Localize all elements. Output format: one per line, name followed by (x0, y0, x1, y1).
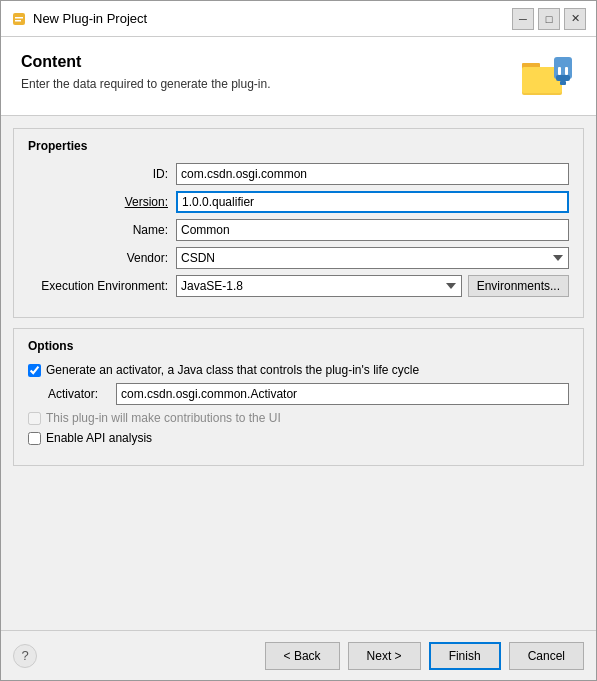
version-label: Version: (28, 195, 176, 209)
options-title: Options (28, 339, 569, 353)
generate-activator-row: Generate an activator, a Java class that… (28, 363, 569, 377)
spacer (1, 466, 596, 630)
id-input[interactable] (176, 163, 569, 185)
id-label: ID: (28, 167, 176, 181)
properties-title: Properties (28, 139, 569, 153)
header-section: Content Enter the data required to gener… (1, 37, 596, 116)
window-controls: ─ □ ✕ (512, 8, 586, 30)
version-row: Version: (28, 191, 569, 213)
ui-contributions-label: This plug-in will make contributions to … (46, 411, 281, 425)
exec-env-wrapper: JavaSE-1.8 JavaSE-11 JavaSE-17 Environme… (176, 275, 569, 297)
id-row: ID: (28, 163, 569, 185)
ui-contributions-checkbox[interactable] (28, 412, 41, 425)
next-button[interactable]: Next > (348, 642, 421, 670)
maximize-button[interactable]: □ (538, 8, 560, 30)
vendor-row: Vendor: CSDN Eclipse.org IBM Oracle (28, 247, 569, 269)
svg-rect-0 (13, 13, 25, 25)
api-analysis-row: Enable API analysis (28, 431, 569, 445)
svg-rect-9 (556, 75, 570, 81)
header-icon (520, 53, 576, 101)
version-input[interactable] (176, 191, 569, 213)
vendor-select[interactable]: CSDN Eclipse.org IBM Oracle (176, 247, 569, 269)
header-text: Content Enter the data required to gener… (21, 53, 271, 91)
activator-input[interactable] (116, 383, 569, 405)
svg-rect-2 (15, 20, 21, 22)
options-section: Options Generate an activator, a Java cl… (13, 328, 584, 466)
properties-section: Properties ID: Version: Name: Vendor: CS… (13, 128, 584, 318)
minimize-button[interactable]: ─ (512, 8, 534, 30)
cancel-button[interactable]: Cancel (509, 642, 584, 670)
svg-rect-10 (560, 81, 566, 85)
exec-env-row: Execution Environment: JavaSE-1.8 JavaSE… (28, 275, 569, 297)
title-bar: New Plug-in Project ─ □ ✕ (1, 1, 596, 37)
name-input[interactable] (176, 219, 569, 241)
activator-label: Activator: (48, 387, 116, 401)
name-row: Name: (28, 219, 569, 241)
name-label: Name: (28, 223, 176, 237)
vendor-label: Vendor: (28, 251, 176, 265)
window-title: New Plug-in Project (33, 11, 506, 26)
exec-env-select[interactable]: JavaSE-1.8 JavaSE-11 JavaSE-17 (176, 275, 462, 297)
svg-rect-8 (565, 67, 568, 75)
header-description: Enter the data required to generate the … (21, 77, 271, 91)
api-analysis-checkbox[interactable] (28, 432, 41, 445)
api-analysis-label: Enable API analysis (46, 431, 152, 445)
dialog-body: Content Enter the data required to gener… (1, 37, 596, 680)
back-button[interactable]: < Back (265, 642, 340, 670)
exec-env-label: Execution Environment: (28, 279, 176, 293)
header-title: Content (21, 53, 271, 71)
finish-button[interactable]: Finish (429, 642, 501, 670)
bottom-bar: ? < Back Next > Finish Cancel (1, 630, 596, 680)
close-button[interactable]: ✕ (564, 8, 586, 30)
svg-rect-1 (15, 17, 23, 19)
svg-rect-7 (558, 67, 561, 75)
help-button[interactable]: ? (13, 644, 37, 668)
environments-button[interactable]: Environments... (468, 275, 569, 297)
ui-contributions-row: This plug-in will make contributions to … (28, 411, 569, 425)
generate-activator-checkbox[interactable] (28, 364, 41, 377)
generate-activator-label: Generate an activator, a Java class that… (46, 363, 419, 377)
activator-field-row: Activator: (28, 383, 569, 405)
app-icon (11, 11, 27, 27)
